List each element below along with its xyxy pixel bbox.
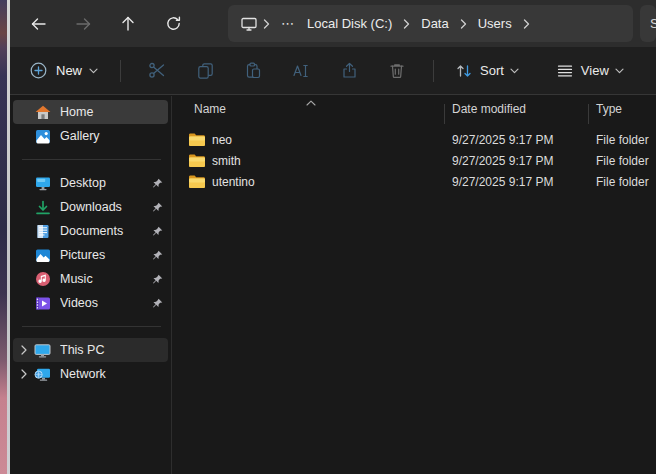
column-header-type[interactable]: Type <box>588 102 656 116</box>
gallery-icon <box>34 128 51 145</box>
file-list-pane: Name Date modified Type neo 9/27/2025 9:… <box>171 96 656 474</box>
pin-icon <box>146 298 168 309</box>
new-button[interactable]: New <box>20 54 108 88</box>
refresh-button[interactable] <box>158 9 188 39</box>
copy-button[interactable] <box>181 54 229 88</box>
breadcrumb-chevron-icon <box>403 19 410 29</box>
cut-icon <box>148 62 166 79</box>
file-date-modified: 9/27/2025 9:17 PM <box>444 133 588 147</box>
share-button[interactable] <box>325 54 373 88</box>
refresh-icon <box>165 15 182 32</box>
sidebar-item-label: Home <box>60 105 146 119</box>
sidebar-item-pictures[interactable]: Pictures <box>13 243 168 267</box>
pin-icon <box>146 202 168 213</box>
view-button[interactable]: View <box>547 54 634 88</box>
trash-icon <box>389 62 405 79</box>
home-icon <box>34 104 51 121</box>
file-rows: neo 9/27/2025 9:17 PM File folder smith … <box>172 129 656 192</box>
sort-button-label: Sort <box>480 63 504 78</box>
table-row[interactable]: utentino 9/27/2025 9:17 PM File folder <box>172 171 656 192</box>
pin-icon <box>146 226 168 237</box>
sidebar-item-label: This PC <box>60 343 146 357</box>
file-explorer-window: ⋯ Local Disk (C:) Data Users Sea New <box>10 0 656 474</box>
view-icon <box>557 64 573 78</box>
this-pc-crumb-icon <box>240 16 258 32</box>
file-name: neo <box>212 133 232 147</box>
sidebar-item-documents[interactable]: Documents <box>13 219 168 243</box>
music-icon <box>34 271 51 288</box>
plus-circle-icon <box>30 62 47 79</box>
desktop-background-sliver <box>0 0 10 474</box>
column-headers: Name Date modified Type <box>172 96 656 122</box>
breadcrumb-item-data[interactable]: Data <box>415 16 454 31</box>
sidebar-item-videos[interactable]: Videos <box>13 291 168 315</box>
sidebar-item-label: Music <box>60 272 146 286</box>
toolbar-separator <box>433 60 434 82</box>
navigation-bar: ⋯ Local Disk (C:) Data Users Sea <box>10 0 656 47</box>
sidebar-item-home[interactable]: Home <box>13 100 168 124</box>
documents-icon <box>34 223 51 240</box>
sidebar-item-gallery[interactable]: Gallery <box>13 124 168 148</box>
sidebar-item-desktop[interactable]: Desktop <box>13 171 168 195</box>
videos-icon <box>34 295 51 312</box>
toolbar-separator <box>120 60 121 82</box>
pin-icon <box>146 274 168 285</box>
file-type: File folder <box>588 175 656 189</box>
search-input[interactable]: Sea <box>640 5 656 42</box>
expand-chevron-icon[interactable] <box>13 345 34 355</box>
file-type: File folder <box>588 133 656 147</box>
up-button[interactable] <box>113 9 143 39</box>
downloads-icon <box>34 199 51 216</box>
address-bar[interactable]: ⋯ Local Disk (C:) Data Users <box>228 5 633 42</box>
network-icon <box>34 366 51 383</box>
breadcrumb-overflow-button[interactable]: ⋯ <box>275 16 301 31</box>
window-body: Home Gallery Deskt <box>10 96 656 474</box>
sidebar-item-network[interactable]: Network <box>13 362 168 386</box>
pictures-icon <box>34 247 51 264</box>
forward-button[interactable] <box>68 9 98 39</box>
rename-icon <box>292 63 310 79</box>
table-row[interactable]: neo 9/27/2025 9:17 PM File folder <box>172 129 656 150</box>
column-header-date-modified[interactable]: Date modified <box>444 102 588 116</box>
new-button-label: New <box>56 63 82 78</box>
back-button[interactable] <box>23 9 53 39</box>
sort-icon <box>456 63 472 79</box>
delete-button[interactable] <box>373 54 421 88</box>
forward-arrow-icon <box>75 16 92 32</box>
chevron-down-icon <box>510 68 519 74</box>
sidebar-item-label: Pictures <box>60 248 146 262</box>
paste-icon <box>245 62 262 79</box>
paste-button[interactable] <box>229 54 277 88</box>
sidebar-divider <box>22 326 161 327</box>
copy-icon <box>197 62 214 79</box>
navigation-pane: Home Gallery Deskt <box>10 96 171 474</box>
breadcrumb-item-local-disk[interactable]: Local Disk (C:) <box>301 16 398 31</box>
sidebar-item-label: Desktop <box>60 176 146 190</box>
chevron-down-icon <box>89 68 98 74</box>
command-toolbar: New <box>10 47 656 95</box>
desktop-icon <box>34 175 51 192</box>
cut-button[interactable] <box>133 54 181 88</box>
sidebar-item-label: Documents <box>60 224 146 238</box>
sidebar-divider <box>22 159 161 160</box>
sidebar-item-downloads[interactable]: Downloads <box>13 195 168 219</box>
pin-icon <box>146 178 168 189</box>
breadcrumb-item-users[interactable]: Users <box>472 16 518 31</box>
sidebar-item-this-pc[interactable]: This PC <box>13 338 168 362</box>
sort-ascending-caret-icon <box>306 95 316 109</box>
expand-chevron-icon[interactable] <box>13 369 34 379</box>
table-row[interactable]: smith 9/27/2025 9:17 PM File folder <box>172 150 656 171</box>
file-date-modified: 9/27/2025 9:17 PM <box>444 175 588 189</box>
breadcrumb-chevron-icon <box>460 19 467 29</box>
sort-button[interactable]: Sort <box>446 54 529 88</box>
back-arrow-icon <box>30 16 47 32</box>
file-type: File folder <box>588 154 656 168</box>
more-options-button[interactable] <box>648 54 656 88</box>
sidebar-item-label: Network <box>60 367 146 381</box>
view-button-label: View <box>581 63 609 78</box>
up-arrow-icon <box>120 15 136 32</box>
rename-button[interactable] <box>277 54 325 88</box>
sidebar-item-music[interactable]: Music <box>13 267 168 291</box>
folder-icon <box>189 175 205 188</box>
this-pc-icon <box>34 342 51 359</box>
